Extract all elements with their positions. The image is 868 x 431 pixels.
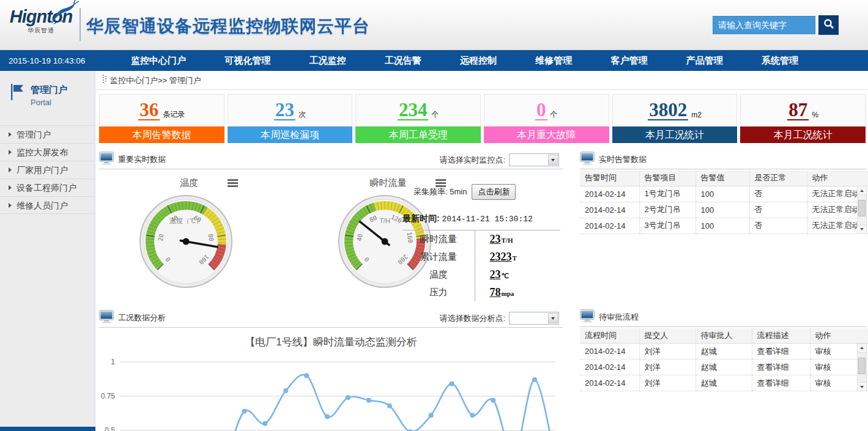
cell: 1号龙门吊: [639, 186, 696, 202]
latest-time-label: 最新时间:: [402, 213, 440, 223]
reading-value: 78mpa: [475, 284, 560, 301]
approval-table: 流程时间提交人待审批人流程描述动作2014-02-14刘洋赵城查看详细审核201…: [580, 328, 868, 392]
nav-menu: 监控中心门户可视化管理工况监控工况告警远程控制维修管理客户管理产品管理系统管理: [131, 55, 798, 67]
analysis-section-title: 工况数据分析: [118, 312, 166, 325]
alarm-table-wrap: 告警时间告警项目告警值是否正常动作2014-02-141号龙门吊100否无法正常…: [580, 171, 867, 234]
sidebar-item-2[interactable]: 监控大屏发布: [0, 143, 95, 161]
scroll-up-button[interactable]: [858, 344, 866, 353]
stat-value[interactable]: 0: [535, 100, 547, 121]
svg-text:0.5: 0.5: [105, 426, 115, 431]
gauge-area: 温度 020406080100温度（℃） 瞬时流量 04080120160200…: [99, 169, 563, 309]
svg-text:0.75: 0.75: [101, 392, 116, 400]
select-dropdown-button[interactable]: [548, 313, 558, 323]
latest-time-row: 最新时间: 2014-11-21 15:30:12: [402, 213, 560, 230]
stat-label: 本月工况统计: [740, 127, 866, 143]
svg-text:1: 1: [111, 358, 115, 366]
approval-section-title: 待审批流程: [599, 312, 639, 324]
monitor-point-select[interactable]: [509, 153, 559, 166]
nav-item-9[interactable]: 系统管理: [762, 55, 798, 67]
cell: 2014-02-14: [580, 202, 639, 218]
sidebar-item-1[interactable]: 管理门户: [0, 125, 95, 143]
stat-value[interactable]: 3802: [648, 100, 688, 121]
approval-table-wrap: 流程时间提交人待审批人流程描述动作2014-02-14刘洋赵城查看详细审核201…: [580, 328, 867, 392]
nav-item-4[interactable]: 工况告警: [385, 55, 421, 67]
stat-value[interactable]: 87: [787, 100, 809, 121]
scroll-up-button[interactable]: [858, 186, 866, 195]
analysis-section-header: 工况数据分析 请选择数据分析点:: [99, 309, 563, 328]
cell: 赵城: [696, 344, 752, 359]
reading-row-3: 温度23℃: [402, 266, 560, 284]
column-header-5: 动作: [810, 328, 868, 344]
gauge-block-temperature: 温度 020406080100温度（℃）: [137, 173, 281, 293]
nav-item-2[interactable]: 可视化管理: [224, 55, 270, 67]
search-button[interactable]: [818, 15, 839, 35]
reading-row-1: 瞬时流量23T/H: [402, 230, 560, 248]
cell: 赵城: [696, 359, 752, 375]
portal-header: 管理门户 Portal: [0, 71, 95, 125]
cell: 2014-02-14: [580, 359, 639, 375]
cell: 100: [696, 218, 749, 234]
scrollbar[interactable]: [857, 344, 867, 392]
reading-label: 压力: [402, 284, 475, 301]
readings-body: 瞬时流量23T/H累计流量2323T温度23℃压力78mpa: [402, 230, 560, 301]
nav-item-3[interactable]: 工况监控: [310, 55, 346, 67]
hamburger-menu-icon[interactable]: [228, 178, 238, 188]
sidebar-item-3[interactable]: 厂家用户门户: [0, 161, 95, 179]
analysis-point-select[interactable]: [509, 312, 559, 325]
stat-card-value-area: 234个: [355, 94, 481, 127]
reading-label: 瞬时流量: [402, 230, 475, 248]
monitor-icon: [580, 309, 595, 324]
nav-item-5[interactable]: 远程控制: [460, 55, 497, 67]
sidebar-item-4[interactable]: 设备工程师门户: [0, 179, 95, 196]
cell[interactable]: 查看详细: [752, 359, 810, 375]
scrollbar[interactable]: [857, 186, 867, 234]
approval-section-header: 待审批流程: [580, 308, 867, 327]
header-separator: [80, 8, 81, 41]
arrow-up-icon: [860, 190, 864, 192]
svg-text:温度（℃）: 温度（℃）: [169, 217, 202, 224]
stat-value[interactable]: 23: [274, 100, 295, 121]
scrollbar-thumb[interactable]: [858, 358, 866, 374]
nav-item-1[interactable]: 监控中心门户: [131, 55, 186, 67]
select-dropdown-button[interactable]: [548, 155, 558, 165]
breadcrumb-icon: [103, 71, 106, 90]
scroll-down-button[interactable]: [858, 382, 866, 391]
stat-value[interactable]: 234: [398, 100, 429, 121]
cell[interactable]: 查看详细: [752, 344, 810, 359]
nav-item-6[interactable]: 维修管理: [535, 55, 572, 67]
arrow-down-icon: [860, 386, 864, 388]
cell: 2014-02-14: [580, 375, 639, 391]
alarm-section-header: 实时告警数据: [580, 150, 867, 169]
search-input[interactable]: [713, 16, 815, 34]
alarm-table: 告警时间告警项目告警值是否正常动作2014-02-141号龙门吊100否无法正常…: [580, 171, 868, 234]
main-panel: 监控中心门户>> 管理门户 36条记录本周告警数据23次本周巡检漏项234个本周…: [95, 71, 868, 430]
portal-title: 管理门户: [31, 84, 67, 96]
cell: 否: [749, 218, 807, 234]
nav-item-8[interactable]: 产品管理: [686, 55, 723, 67]
svg-text:80: 80: [207, 234, 215, 242]
refresh-button[interactable]: 点击刷新: [472, 184, 516, 200]
logo: Hignton 华辰智通: [5, 7, 77, 35]
nav-item-7[interactable]: 客户管理: [611, 55, 648, 67]
spacer: [580, 234, 867, 308]
breadcrumb: 监控中心门户>> 管理门户: [95, 71, 868, 90]
stat-cards-row: 36条记录本周告警数据23次本周巡检漏项234个本周工单受理0个本月重大故障38…: [99, 94, 866, 143]
stat-card-value-area: 3802m2: [612, 94, 738, 127]
scroll-down-button[interactable]: [858, 225, 866, 234]
column-header-1: 流程时间: [580, 328, 639, 344]
chevron-right-icon: [9, 132, 12, 137]
scrollbar-thumb[interactable]: [858, 200, 866, 216]
sidebar-item-5[interactable]: 维修人员门户: [0, 196, 95, 214]
cell[interactable]: 查看详细: [752, 375, 810, 391]
stat-unit: 次: [299, 109, 306, 120]
flow-line-chart: 10.750.50.250value: [99, 352, 563, 431]
chevron-right-icon: [9, 150, 12, 155]
column-header-4: 流程描述: [752, 328, 810, 344]
reading-row-2: 累计流量2323T: [402, 248, 560, 266]
stat-value[interactable]: 36: [138, 100, 160, 121]
cell: 3号龙门吊: [639, 218, 696, 234]
table-row-1: 2014-02-14刘洋赵城查看详细审核: [580, 344, 868, 359]
column-header-2: 提交人: [639, 328, 696, 344]
gauge-title-temperature: 温度: [180, 177, 198, 189]
stat-label: 本周告警数据: [99, 127, 224, 143]
